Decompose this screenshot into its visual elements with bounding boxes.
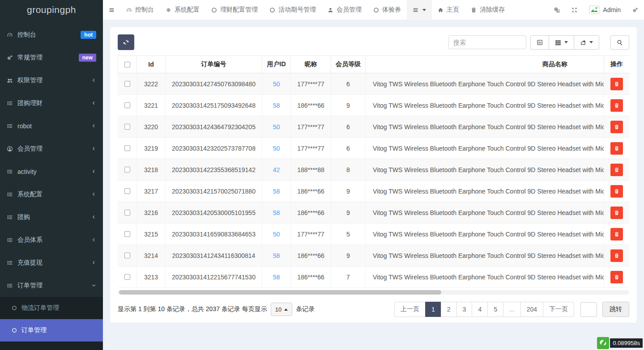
nav-item-主页[interactable]: 主页 <box>432 0 465 20</box>
row-checkbox[interactable] <box>124 188 130 194</box>
columns-dropdown-button[interactable] <box>549 35 574 50</box>
delete-button[interactable] <box>610 121 623 133</box>
avatar <box>589 4 600 15</box>
nav-item-体验券[interactable]: 体验券 <box>367 0 407 20</box>
user-id-link[interactable]: 58 <box>273 102 280 109</box>
refresh-button[interactable] <box>118 34 134 50</box>
cell-order-no: 202303031412215677741530 <box>165 266 262 287</box>
sidebar-item-充值提现[interactable]: 充值提现 <box>0 251 103 274</box>
page-jump-button[interactable]: 跳转 <box>602 302 629 317</box>
user-id-link[interactable]: 58 <box>273 252 280 259</box>
cell-product: Vitog TWS Wireless Bluetooth Earphone To… <box>365 245 604 266</box>
page-button-4[interactable]: 4 <box>472 302 488 317</box>
page-button-2[interactable]: 2 <box>441 302 457 317</box>
nav-item-活动期号管理[interactable]: 活动期号管理 <box>264 0 322 20</box>
sidebar-item-activity[interactable]: activity <box>0 160 103 183</box>
sidebar-item-控制台[interactable]: 控制台hot <box>0 23 103 46</box>
sidebar-item-robot[interactable]: robot <box>0 114 103 137</box>
delete-button[interactable] <box>610 249 623 262</box>
cell-level: 9 <box>331 95 365 116</box>
user-id-link[interactable]: 58 <box>273 188 280 195</box>
delete-button[interactable] <box>610 164 623 176</box>
row-checkbox[interactable] <box>124 145 130 151</box>
list-icon <box>7 191 13 198</box>
sidebar-item-label: robot <box>17 122 87 130</box>
export-dropdown-button[interactable] <box>574 35 599 50</box>
delete-button[interactable] <box>610 99 623 112</box>
sidebar-item-会员体系[interactable]: 会员体系 <box>0 228 103 251</box>
page-button-204[interactable]: 204 <box>520 302 543 317</box>
cell-id: 3218 <box>136 159 165 180</box>
submenu-item-订单管理[interactable]: 订单管理 <box>0 319 103 342</box>
nav-item-label: 体验券 <box>382 6 401 14</box>
language-button[interactable] <box>548 0 566 20</box>
sidebar-item-常规管理[interactable]: 常规管理new <box>0 46 103 69</box>
settings-button[interactable] <box>627 0 644 20</box>
row-checkbox[interactable] <box>124 210 130 215</box>
more-menus-dropdown[interactable] <box>407 0 432 20</box>
sidebar-item-团购理财[interactable]: 团购理财 <box>0 92 103 114</box>
user-id-link[interactable]: 58 <box>273 274 280 281</box>
row-checkbox[interactable] <box>124 274 130 280</box>
nav-item-清除缓存[interactable]: 清除缓存 <box>465 0 511 20</box>
delete-button[interactable] <box>610 228 623 240</box>
nav-item-理财配置管理[interactable]: 理财配置管理 <box>205 0 264 20</box>
page-button-上一页[interactable]: 上一页 <box>394 302 426 317</box>
caret-down-icon <box>422 9 426 11</box>
gears-icon <box>7 55 13 61</box>
cell-id: 3220 <box>136 116 165 137</box>
sidebar-item-系统配置[interactable]: 系统配置 <box>0 183 103 206</box>
circle-o-icon <box>269 7 275 13</box>
user-id-link[interactable]: 50 <box>273 231 280 238</box>
top-navbar: 控制台系统配置理财配置管理活动期号管理会员管理体验券主页清除缓存 Admin <box>103 0 644 20</box>
nav-item-控制台[interactable]: 控制台 <box>120 0 160 20</box>
nav-item-系统配置[interactable]: 系统配置 <box>160 0 205 20</box>
detail-view-icon <box>537 39 543 46</box>
topnav-menu: 控制台系统配置理财配置管理活动期号管理会员管理体验券主页清除缓存 <box>103 0 511 20</box>
search-input[interactable] <box>448 35 526 49</box>
delete-button[interactable] <box>610 78 623 90</box>
submenu-item-物流订单管理[interactable]: 物流订单管理 <box>0 297 103 319</box>
delete-button[interactable] <box>610 271 623 283</box>
delete-button[interactable] <box>610 185 623 198</box>
page-button-5[interactable]: 5 <box>487 302 503 317</box>
delete-button[interactable] <box>610 207 623 219</box>
user-id-link[interactable]: 50 <box>273 145 280 152</box>
user-id-link[interactable]: 50 <box>273 123 280 131</box>
row-checkbox[interactable] <box>124 231 130 237</box>
page-button-1[interactable]: 1 <box>425 302 441 317</box>
chevron-left-icon <box>91 192 96 197</box>
table-row: 3216 202303031420530005101955 58 186****… <box>118 202 629 223</box>
sidebar-item-会员管理[interactable]: 会员管理 <box>0 137 103 160</box>
cell-nickname: 186****66 <box>290 95 331 116</box>
page-size-select[interactable]: 10 <box>271 303 292 316</box>
cell-level: 6 <box>331 73 365 94</box>
fullscreen-button[interactable] <box>566 0 583 20</box>
sidebar-badge: new <box>79 54 96 62</box>
delete-button[interactable] <box>610 142 623 155</box>
page-button-下一页[interactable]: 下一页 <box>543 302 574 317</box>
sidebar-item-团购[interactable]: 团购 <box>0 206 103 228</box>
row-checkbox[interactable] <box>124 81 130 87</box>
user-id-link[interactable]: 58 <box>273 209 280 216</box>
search-button[interactable] <box>610 35 629 50</box>
row-checkbox[interactable] <box>124 167 130 173</box>
select-all-checkbox[interactable] <box>124 62 130 67</box>
scrollbar-thumb[interactable] <box>119 290 441 295</box>
row-checkbox[interactable] <box>124 253 130 258</box>
user-id-link[interactable]: 50 <box>273 80 280 88</box>
row-checkbox[interactable] <box>124 102 130 108</box>
sidebar-item-权限管理[interactable]: 权限管理 <box>0 69 103 92</box>
page-button-3[interactable]: 3 <box>456 302 473 317</box>
user-menu[interactable]: Admin <box>583 0 627 20</box>
nav-item-会员管理[interactable]: 会员管理 <box>322 0 367 20</box>
page-jump-input[interactable] <box>580 302 597 317</box>
cell-product: Vitog TWS Wireless Bluetooth Earphone To… <box>365 202 604 223</box>
row-checkbox[interactable] <box>124 124 130 130</box>
sidebar-item-订单管理[interactable]: 订单管理 <box>0 274 103 297</box>
detail-view-button[interactable] <box>530 35 549 50</box>
sidebar-toggle[interactable] <box>103 0 120 20</box>
caret-down-icon <box>564 41 568 43</box>
submenu-item-label: 订单管理 <box>21 326 47 334</box>
user-id-link[interactable]: 42 <box>273 166 280 173</box>
